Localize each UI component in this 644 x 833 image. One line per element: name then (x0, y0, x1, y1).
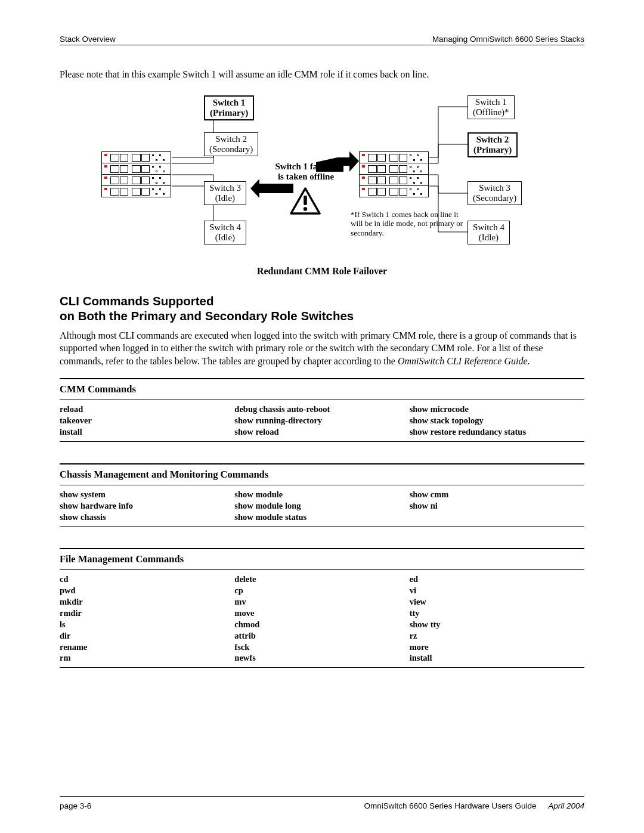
command-group: Chassis Management and Monitoring Comman… (60, 463, 584, 527)
command-columns: show systemshow hardware infoshow chassi… (60, 485, 584, 527)
command: show microcode (410, 404, 584, 415)
command-column: show microcodeshow stack topologyshow re… (410, 404, 584, 438)
switch-unit (101, 174, 171, 186)
section-title-l1: CLI Commands Supported (60, 294, 214, 308)
header-left: Stack Overview (60, 35, 116, 44)
command: ed (410, 574, 584, 585)
command: newfs (234, 652, 409, 664)
command: show system (60, 489, 234, 500)
command: vi (410, 585, 584, 596)
command: show stack topology (410, 415, 584, 426)
label-line1: Switch 3 (473, 183, 516, 193)
footer-page: page 3-6 (60, 801, 91, 810)
switch-unit (359, 163, 429, 175)
command-group: File Management Commandscdpwdmkdirrmdirl… (60, 548, 584, 668)
label-line2: (Primary) (473, 145, 512, 155)
para-tail: . (527, 356, 530, 366)
command: show cmm (410, 489, 584, 500)
intro-paragraph: Please note that in this example Switch … (60, 68, 584, 81)
command: dir (60, 630, 234, 642)
svg-rect-0 (304, 196, 307, 205)
command: reload (60, 404, 234, 415)
command: show module status (234, 512, 409, 523)
footer-guide-text: OmniSwitch 6600 Series Hardware Users Gu… (364, 801, 537, 810)
failover-diagram: Switch 1 fails or is taken offline *If S… (101, 92, 543, 259)
command-columns: reloadtakeoverinstalldebug chassis auto-… (60, 400, 584, 442)
label-line2: (Offline)* (473, 107, 509, 117)
page-header: Stack Overview Managing OmniSwitch 6600 … (60, 35, 584, 44)
center-note: Switch 1 fails or is taken offline (267, 162, 345, 182)
command-group-title: File Management Commands (60, 548, 584, 570)
command-column: show systemshow hardware infoshow chassi… (60, 489, 234, 523)
command: show tty (410, 619, 584, 630)
command: show reload (234, 426, 409, 438)
command: view (410, 596, 584, 608)
command-column: cdpwdmkdirrmdirlsdirrenamerm (60, 574, 234, 664)
command-column: show cmmshow ni (410, 489, 584, 523)
header-rule (60, 45, 584, 45)
section-paragraph: Although most CLI commands are executed … (60, 329, 584, 368)
section-title-l2: on Both the Primary and Secondary Role S… (60, 309, 354, 323)
command-column: edviviewttyshow ttyrzmoreinstall (410, 574, 584, 664)
command: show module (234, 489, 409, 500)
command: rmdir (60, 608, 234, 619)
command: show module long (234, 500, 409, 512)
command: chmod (234, 619, 409, 630)
label-line2: (Secondary) (473, 193, 516, 203)
command-column: debug chassis auto-rebootshow running-di… (234, 404, 409, 438)
switch-unit (359, 174, 429, 186)
command: show ni (410, 500, 584, 512)
switch-unit (359, 185, 429, 197)
para-em: OmniSwitch CLI Reference Guide (398, 356, 528, 366)
command: install (60, 426, 234, 438)
command: install (410, 652, 584, 664)
footer-guide: OmniSwitch 6600 Series Hardware Users Gu… (364, 801, 584, 810)
command-column: deletecpmvmovechmodattribfscknewfs (234, 574, 409, 664)
command: ls (60, 619, 234, 630)
command: rename (60, 642, 234, 653)
command: delete (234, 574, 409, 585)
command: cd (60, 574, 234, 585)
label-line1: Switch 2 (209, 134, 253, 144)
command: rz (410, 630, 584, 642)
command-group: CMM Commandsreloadtakeoverinstalldebug c… (60, 378, 584, 442)
command: show restore redundancy status (410, 426, 584, 438)
left-label-box: Switch 3(Idle) (204, 181, 246, 206)
label-line1: Switch 3 (209, 183, 241, 193)
footer-date: April 2004 (548, 801, 584, 810)
switch-unit (101, 151, 171, 163)
command: attrib (234, 630, 409, 642)
switch-stack-left (101, 151, 171, 197)
command: pwd (60, 585, 234, 596)
right-label-box: Switch 1(Offline)* (467, 95, 515, 120)
label-line2: (Idle) (473, 233, 504, 243)
label-line2: (Idle) (209, 233, 241, 243)
command: mkdir (60, 596, 234, 608)
command-column: show moduleshow module longshow module s… (234, 489, 409, 523)
center-note-l2: is taken offline (267, 172, 345, 182)
command: show running-directory (234, 415, 409, 426)
command: show hardware info (60, 500, 234, 512)
diagram-footnote: *If Switch 1 comes back on line it will … (351, 210, 470, 239)
right-label-box: Switch 3(Secondary) (467, 181, 522, 206)
label-line2: (Secondary) (209, 144, 253, 154)
label-line1: Switch 4 (209, 222, 241, 233)
command: fsck (234, 642, 409, 653)
svg-point-1 (304, 207, 307, 210)
command: rm (60, 652, 234, 664)
label-line1: Switch 1 (210, 98, 248, 108)
section-title: CLI Commands Supported on Both the Prima… (60, 293, 584, 323)
switch-unit (359, 151, 429, 163)
switch-unit (101, 163, 171, 175)
command: takeover (60, 415, 234, 426)
command: move (234, 608, 409, 619)
header-right: Managing OmniSwitch 6600 Series Stacks (432, 35, 584, 44)
label-line1: Switch 2 (473, 135, 512, 145)
switch-stack-right (359, 151, 429, 197)
label-line2: (Idle) (209, 193, 241, 203)
diagram-caption: Redundant CMM Role Failover (60, 266, 584, 277)
label-line1: Switch 1 (473, 97, 509, 107)
left-label-box: Switch 2(Secondary) (204, 132, 258, 157)
command: more (410, 642, 584, 653)
command: debug chassis auto-reboot (234, 404, 409, 415)
